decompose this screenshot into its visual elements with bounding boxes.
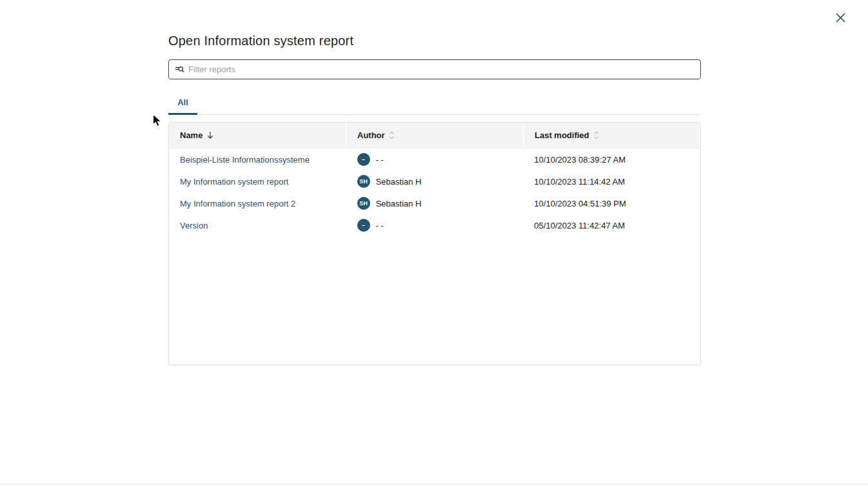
author-name: Sebastian H [376,177,422,187]
author-avatar: SH [357,197,370,210]
author-cell: – - - [346,214,524,236]
column-label: Author [357,130,385,140]
table-row[interactable]: Version – - - 05/10/2023 11:42:47 AM [169,214,700,236]
author-avatar: – [357,153,370,166]
close-icon [835,12,846,23]
name-cell: My Information system report [169,170,346,192]
last-modified-cell: 10/10/2023 08:39:27 AM [523,148,700,170]
last-modified-cell: 05/10/2023 11:42:47 AM [523,214,700,236]
report-name-link[interactable]: My Information system report [180,177,288,187]
report-name-link[interactable]: Version [180,221,208,230]
last-modified-cell: 10/10/2023 04:51:39 PM [523,192,700,214]
name-cell: My Information system report 2 [169,192,346,214]
column-label: Last modified [535,130,589,140]
table-row[interactable]: My Information system report SH Sebastia… [169,170,700,192]
author-avatar: SH [357,175,370,188]
open-report-dialog: Open Information system report All Name [0,0,868,488]
filter-reports-field[interactable] [168,59,701,79]
author-cell: SH Sebastian H [346,192,524,214]
close-button[interactable] [832,9,849,26]
filter-reports-input[interactable] [188,60,695,79]
column-header[interactable]: Author [346,123,523,148]
author-name: - - [376,221,384,230]
tab-all[interactable]: All [168,97,197,114]
column-header[interactable]: Last modified [523,123,700,148]
table-header-row: Name Author Last modified [169,123,700,148]
column-header[interactable]: Name [169,123,346,148]
author-cell: – - - [346,148,524,170]
sort-unsorted-icon [389,131,395,139]
author-cell: SH Sebastian H [346,170,524,192]
filter-search-icon [175,65,184,74]
tab-bar: All [168,97,701,115]
sort-unsorted-icon [593,131,599,139]
last-modified-cell: 10/10/2023 11:14:42 AM [523,170,700,192]
author-name: - - [376,155,384,165]
report-name-link[interactable]: My Information system report 2 [180,199,295,208]
table-row[interactable]: Beispiel-Liste Informationssysteme – - -… [169,148,700,170]
author-avatar: – [357,219,370,232]
table-body: Beispiel-Liste Informationssysteme – - -… [169,148,700,236]
column-label: Name [180,130,202,140]
mouse-cursor [152,114,163,130]
author-name: Sebastian H [376,199,422,208]
sort-descending-icon [206,131,214,139]
name-cell: Beispiel-Liste Informationssysteme [169,148,346,170]
table-row[interactable]: My Information system report 2 SH Sebast… [169,192,700,214]
name-cell: Version [169,214,346,236]
dialog-content: Open Information system report All Name [168,34,701,365]
reports-table: Name Author Last modified [168,122,701,365]
page-edge-divider [0,484,868,485]
report-name-link[interactable]: Beispiel-Liste Informationssysteme [180,155,310,165]
dialog-title: Open Information system report [168,34,701,48]
